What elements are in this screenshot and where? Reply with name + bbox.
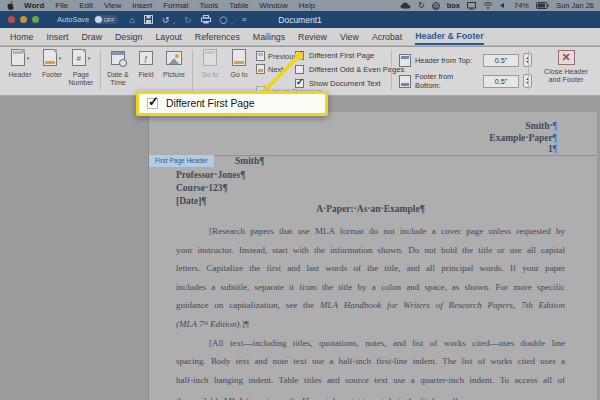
page-number-icon: #	[72, 49, 86, 66]
close-header-footer-button[interactable]: ✕ Close Header and Footer	[538, 50, 594, 84]
battery-icon[interactable]	[536, 2, 549, 9]
body-line: [Research papers that use MLA format do …	[176, 225, 565, 244]
box-menu-item[interactable]: box	[447, 1, 460, 10]
tab-draw[interactable]: Draw	[81, 30, 102, 44]
group-divider	[528, 50, 529, 90]
previous-button[interactable]: Previous	[256, 51, 297, 61]
student-name-line: Smith¶	[235, 156, 264, 166]
next-button[interactable]: Next	[256, 64, 283, 74]
tab-insert[interactable]: Insert	[46, 30, 68, 44]
checkbox-unchecked-icon	[295, 65, 304, 74]
tab-view[interactable]: View	[340, 30, 359, 44]
zoom-control-icon[interactable]: ◯	[220, 16, 228, 24]
redo-icon[interactable]: ↻	[184, 15, 192, 25]
autosave-knob	[95, 16, 102, 23]
home-quick-icon[interactable]: ⌂	[130, 15, 135, 25]
tab-acrobat[interactable]: Acrobat	[372, 30, 402, 44]
picture-button[interactable]: Picture	[160, 49, 188, 79]
undo-dropdown-icon[interactable]: ▾	[173, 20, 176, 26]
footer-from-bottom-field[interactable]: 0.5"	[483, 75, 519, 88]
wifi-icon[interactable]	[483, 2, 493, 9]
page-number-dropdown-icon[interactable]: ▾	[88, 55, 91, 61]
different-first-page-callout: ✓ Different First Page	[136, 91, 328, 116]
tab-home[interactable]: Home	[10, 30, 33, 44]
menu-item-word[interactable]: Word	[24, 1, 44, 10]
menu-item-view[interactable]: View	[104, 1, 121, 10]
body-text: [Research papers that use MLA format do …	[176, 225, 565, 392]
onedrive-cloud-icon[interactable]	[400, 2, 411, 9]
pilcrow-mark: ¶	[553, 144, 557, 154]
body-line: guidance on capitalization, see the MLA …	[176, 299, 565, 318]
different-odd-even-checkbox[interactable]: Different Odd & Even Pages	[295, 65, 404, 74]
mla-heading-block: Professor·Jones¶ Course·123¶ [Date]¶	[176, 169, 245, 207]
professor-line: Professor·Jones¶	[176, 169, 245, 182]
display-icon[interactable]	[467, 2, 476, 10]
footer-from-bottom-icon	[399, 75, 411, 88]
checkbox-checked-icon: ✓	[295, 79, 304, 88]
header-button[interactable]: ▾ Header	[4, 49, 36, 79]
body-line: half-inch hanging indent. Table titles a…	[176, 374, 565, 393]
callout-checkbox-icon: ✓	[147, 98, 158, 109]
group-divider	[192, 50, 193, 90]
next-icon	[256, 64, 265, 74]
menu-item-format[interactable]: Format	[163, 1, 188, 10]
menu-item-window[interactable]: Window	[259, 1, 287, 10]
menu-item-insert[interactable]: Insert	[132, 1, 152, 10]
group-divider	[100, 50, 101, 90]
apple-menu-icon[interactable]	[6, 1, 14, 10]
word-app-window: Word File Edit View Insert Format Tools …	[0, 0, 600, 400]
course-line: Course·123¶	[176, 182, 245, 195]
body-line: (MLA 7ᵗʰ Edition).]¶	[176, 318, 565, 337]
menu-clock[interactable]: Sun Jan 26	[556, 1, 594, 10]
autosave-toggle[interactable]: AutoSave OFF	[57, 15, 118, 24]
header-from-top-control: Header from Top: 0.5" ▲▼	[399, 53, 532, 67]
show-document-text-checkbox[interactable]: ✓ Show Document Text	[295, 79, 381, 88]
footer-dropdown-icon[interactable]: ▾	[59, 55, 62, 61]
minimize-window-button[interactable]	[20, 16, 27, 23]
pilcrow-mark: ¶	[553, 121, 557, 131]
sync-status-icon[interactable]: ↻	[418, 1, 425, 10]
callout-label: Different First Page	[166, 98, 255, 109]
menu-item-tools[interactable]: Tools	[200, 1, 219, 10]
menu-item-table[interactable]: Table	[229, 1, 248, 10]
tab-mailings[interactable]: Mailings	[253, 30, 285, 44]
running-head: Smith·¶ Example·Paper¶ 1¶	[489, 121, 557, 156]
page-number-button[interactable]: #▾ Page Number	[64, 49, 98, 86]
menu-item-help[interactable]: Help	[299, 1, 315, 10]
close-header-footer-icon: ✕	[558, 50, 575, 65]
picture-icon	[166, 51, 182, 65]
zoom-window-button[interactable]	[32, 16, 39, 23]
ribbon-tab-bar: Home Insert Draw Design Layout Reference…	[0, 28, 600, 46]
goto-footer-button[interactable]: Go to	[226, 49, 252, 79]
tab-review[interactable]: Review	[298, 30, 327, 44]
header-boundary-line	[149, 155, 597, 156]
date-time-button[interactable]: Date & Time	[103, 49, 133, 86]
volume-icon[interactable]	[500, 2, 507, 9]
zoom-dropdown-icon[interactable]: ▾	[230, 20, 233, 26]
body-line: [All text—including titles, quotations, …	[176, 337, 565, 356]
document-page[interactable]: Smith·¶ Example·Paper¶ 1¶ First Page Hea…	[148, 112, 597, 400]
more-commands-icon[interactable]: ≡	[242, 16, 246, 23]
tab-references[interactable]: References	[195, 30, 240, 44]
group-divider	[391, 50, 392, 90]
undo-icon[interactable]: ↺	[162, 15, 170, 25]
checkbox-checked-icon: ✓	[295, 51, 304, 60]
header-from-top-icon	[399, 54, 411, 67]
different-first-page-checkbox[interactable]: ✓ Different First Page	[295, 51, 374, 60]
header-from-top-field[interactable]: 0.5"	[483, 54, 519, 67]
header-dropdown-icon[interactable]: ▾	[27, 55, 30, 61]
save-icon[interactable]	[144, 15, 153, 24]
header-page-icon	[11, 49, 25, 66]
tab-layout[interactable]: Layout	[155, 30, 181, 44]
goto-header-button[interactable]: Go to	[197, 49, 223, 79]
tab-design[interactable]: Design	[115, 30, 142, 44]
print-icon[interactable]	[201, 15, 211, 24]
tab-header-footer[interactable]: Header & Footer	[415, 29, 483, 45]
at-badge-icon[interactable]: @	[432, 2, 440, 10]
menu-item-file[interactable]: File	[55, 1, 68, 10]
field-button[interactable]: ƒ Field	[134, 49, 158, 79]
macos-menu-bar: Word File Edit View Insert Format Tools …	[0, 0, 600, 11]
close-window-button[interactable]	[8, 16, 15, 23]
menu-item-edit[interactable]: Edit	[79, 1, 93, 10]
paper-title: A·Paper:·As·an·Example¶	[176, 204, 565, 214]
